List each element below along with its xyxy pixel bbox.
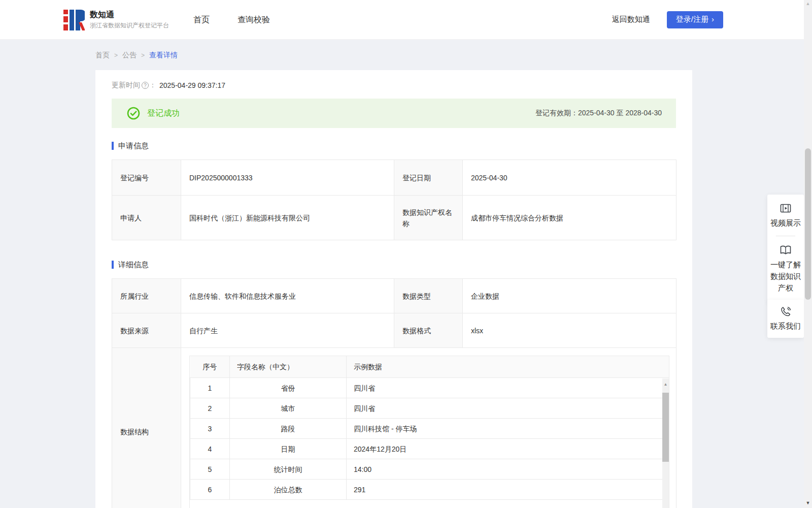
book-icon <box>779 243 792 257</box>
field-label: 数据类型 <box>394 279 463 313</box>
section-title-apply-info: 申请信息 <box>112 141 676 151</box>
breadcrumb: 首页 > 公告 > 查看详情 <box>0 40 812 70</box>
video-icon <box>779 202 792 215</box>
nav-item-home[interactable]: 首页 <box>193 0 210 40</box>
breadcrumb-item-announcements[interactable]: 公告 <box>122 51 137 60</box>
sample-data: 四川省 <box>347 378 670 398</box>
field-name: 泊位总数 <box>230 480 347 500</box>
scrollbar-thumb[interactable] <box>805 148 811 300</box>
success-banner: 登记成功 登记有效期：2025-04-30 至 2028-04-30 <box>112 99 676 128</box>
field-value: 2025-04-30 <box>463 160 676 196</box>
row-index: 1 <box>190 378 230 398</box>
breadcrumb-separator: > <box>141 52 145 59</box>
field-value: xlsx <box>463 313 676 348</box>
column-header-sample-data: 示例数据 <box>347 356 670 378</box>
update-time-row: 更新时间 ? ： 2025-04-29 09:37:17 <box>112 80 676 91</box>
apply-info-table: 登记编号 DIP2025000001333 登记日期 2025-04-30 申请… <box>112 160 676 240</box>
field-name: 统计时间 <box>230 459 347 480</box>
header: 数知通 浙江省数据知识产权登记平台 首页 查询校验 返回数知通 登录/注册 › <box>0 0 812 40</box>
table-row: 登记编号 DIP2025000001333 登记日期 2025-04-30 <box>112 160 676 196</box>
back-to-shuzhitong-link[interactable]: 返回数知通 <box>612 15 650 24</box>
field-label: 所属行业 <box>112 279 181 313</box>
row-index: 5 <box>190 459 230 480</box>
success-check-icon <box>127 107 140 120</box>
video-showcase-label: 视频展示 <box>770 217 801 229</box>
breadcrumb-item-current: 查看详情 <box>149 51 178 60</box>
structure-table-scrollbar[interactable]: ▲ <box>662 378 669 508</box>
login-register-button[interactable]: 登录/注册 › <box>667 11 723 28</box>
breadcrumb-separator: > <box>114 52 118 59</box>
chevron-right-icon: › <box>712 15 714 23</box>
brand-subtitle: 浙江省数据知识产权登记平台 <box>90 21 169 29</box>
structure-row: 5 统计时间 14:00 <box>190 459 670 480</box>
status-text: 登记成功 <box>147 108 180 119</box>
sample-data: 2024年12月20日 <box>347 439 670 459</box>
table-row: 数据来源 自行产生 数据格式 xlsx <box>112 313 676 348</box>
row-index: 6 <box>190 480 230 500</box>
field-label: 登记日期 <box>394 160 463 196</box>
scrollbar-up-arrow-icon[interactable]: ▲ <box>804 0 812 7</box>
field-value: 企业数据 <box>463 279 676 313</box>
structure-header-row: 序号 字段名称（中文） 示例数据 <box>190 356 670 378</box>
validity-text: 登记有效期：2025-04-30 至 2028-04-30 <box>535 109 662 118</box>
structure-table-container: 序号 字段名称（中文） 示例数据 1 省份 四川省 2 城市 四川省 <box>189 356 669 508</box>
breadcrumb-item-home[interactable]: 首页 <box>95 51 110 60</box>
floating-panel-top: 视频展示 一键了解数据知识产权 <box>767 195 804 303</box>
structure-row: 4 日期 2024年12月20日 <box>190 439 670 459</box>
field-label: 数据知识产权名称 <box>394 196 463 240</box>
contact-us-button[interactable]: 联系我们 <box>767 300 804 338</box>
sample-data: 四川省 <box>347 398 670 419</box>
row-index: 3 <box>190 419 230 439</box>
field-label: 登记编号 <box>112 160 181 196</box>
sample-data: 291 <box>347 480 670 500</box>
section-accent-bar <box>112 261 114 269</box>
brand-title: 数知通 <box>90 10 169 20</box>
field-name: 省份 <box>230 378 347 398</box>
row-index: 4 <box>190 439 230 459</box>
table-row: 所属行业 信息传输、软件和信息技术服务业 数据类型 企业数据 <box>112 279 676 313</box>
learn-data-ip-button[interactable]: 一键了解数据知识产权 <box>770 243 801 294</box>
scrollbar-up-arrow-icon[interactable]: ▲ <box>662 378 669 391</box>
field-name: 日期 <box>230 439 347 459</box>
brand-text: 数知通 浙江省数据知识产权登记平台 <box>90 10 169 29</box>
contact-us-label: 联系我们 <box>770 320 801 332</box>
section-title-text: 申请信息 <box>118 141 149 151</box>
nav-item-query-verify[interactable]: 查询校验 <box>238 0 270 40</box>
structure-label-cell: 数据结构 <box>112 348 181 508</box>
update-time-colon: ： <box>149 81 156 90</box>
table-row: 申请人 国科时代（浙江）新能源科技有限公司 数据知识产权名称 成都市停车情况综合… <box>112 196 676 240</box>
field-name: 城市 <box>230 398 347 419</box>
structure-value-cell: 序号 字段名称（中文） 示例数据 1 省份 四川省 2 城市 四川省 <box>181 348 676 508</box>
panel-divider <box>776 236 795 236</box>
scrollbar-thumb[interactable] <box>662 393 669 462</box>
detail-card: 更新时间 ? ： 2025-04-29 09:37:17 登记成功 登记有效期：… <box>95 70 692 508</box>
brand[interactable]: 数知通 浙江省数据知识产权登记平台 <box>63 8 169 31</box>
field-label: 数据格式 <box>394 313 463 348</box>
section-title-detail-info: 详细信息 <box>112 260 676 270</box>
banner-status: 登记成功 <box>127 107 180 120</box>
structure-table: 序号 字段名称（中文） 示例数据 1 省份 四川省 2 城市 四川省 <box>190 356 669 500</box>
scrollbar-down-arrow-icon[interactable]: ▼ <box>804 499 812 506</box>
field-name: 路段 <box>230 419 347 439</box>
section-accent-bar <box>112 142 114 150</box>
sample-data: 14:00 <box>347 459 670 480</box>
learn-data-ip-label: 一键了解数据知识产权 <box>770 259 801 294</box>
help-icon[interactable]: ? <box>142 82 149 89</box>
update-time-value: 2025-04-29 09:37:17 <box>159 81 225 89</box>
sample-data: 四川科技馆 - 停车场 <box>347 419 670 439</box>
table-row-structure: 数据结构 序号 字段名称（中文） 示例数据 1 省份 四川省 <box>112 348 676 508</box>
field-value: DIP2025000001333 <box>181 160 394 196</box>
column-header-field-name: 字段名称（中文） <box>230 356 347 378</box>
validity-value: 2025-04-30 至 2028-04-30 <box>578 109 662 117</box>
structure-row: 2 城市 四川省 <box>190 398 670 419</box>
section-title-text: 详细信息 <box>118 260 149 270</box>
main-nav: 首页 查询校验 <box>193 0 270 40</box>
field-value: 成都市停车情况综合分析数据 <box>463 196 676 240</box>
window-scrollbar[interactable]: ▲ ▼ <box>804 0 812 508</box>
row-index: 2 <box>190 398 230 419</box>
phone-icon <box>780 306 792 318</box>
field-value: 信息传输、软件和信息技术服务业 <box>181 279 394 313</box>
validity-label: 登记有效期： <box>535 109 578 117</box>
field-label: 数据来源 <box>112 313 181 348</box>
video-showcase-button[interactable]: 视频展示 <box>770 202 801 229</box>
